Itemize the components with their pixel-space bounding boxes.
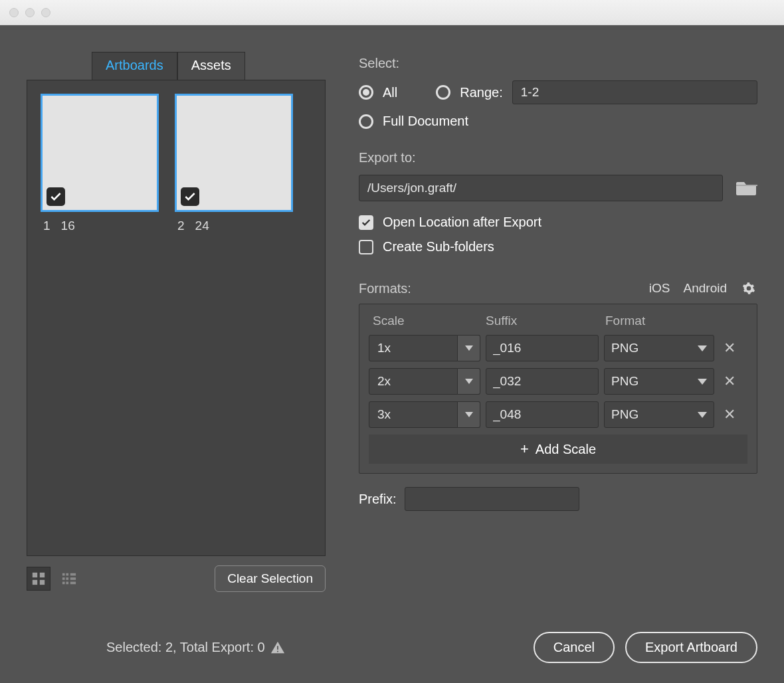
open-location-checkbox[interactable] bbox=[359, 215, 373, 230]
remove-row-button[interactable]: ✕ bbox=[720, 406, 739, 423]
select-label: Select: bbox=[359, 56, 757, 71]
scale-value: 2x bbox=[369, 368, 458, 395]
svg-rect-0 bbox=[33, 573, 37, 577]
col-format: Format bbox=[605, 314, 718, 328]
svg-rect-11 bbox=[70, 577, 76, 580]
svg-rect-3 bbox=[40, 580, 45, 585]
scale-select[interactable]: 3x bbox=[369, 401, 480, 428]
suffix-input[interactable] bbox=[486, 335, 599, 361]
formats-panel: Scale Suffix Format 1x PNG ✕ bbox=[359, 304, 757, 474]
formats-settings-button[interactable] bbox=[740, 280, 757, 297]
check-icon bbox=[361, 217, 371, 228]
svg-rect-14 bbox=[277, 646, 278, 650]
list-view-button[interactable] bbox=[57, 567, 81, 591]
artboard-item[interactable]: 2 24 bbox=[175, 94, 293, 233]
svg-rect-2 bbox=[33, 580, 37, 585]
range-input[interactable] bbox=[512, 80, 757, 104]
suffix-input[interactable] bbox=[486, 368, 599, 395]
scale-value: 1x bbox=[369, 335, 458, 361]
check-icon bbox=[183, 190, 197, 203]
suffix-input[interactable] bbox=[486, 401, 599, 428]
format-value: PNG bbox=[611, 374, 698, 389]
radio-full-document-label: Full Document bbox=[383, 114, 468, 129]
format-row: 1x PNG ✕ bbox=[369, 335, 747, 361]
remove-row-button[interactable]: ✕ bbox=[720, 340, 739, 357]
artboard-index: 2 bbox=[177, 219, 185, 233]
svg-rect-9 bbox=[66, 582, 68, 585]
svg-rect-13 bbox=[736, 185, 757, 186]
prefix-input[interactable] bbox=[405, 487, 579, 511]
format-row: 2x PNG ✕ bbox=[369, 368, 747, 395]
list-icon bbox=[62, 571, 76, 586]
format-select[interactable]: PNG bbox=[604, 368, 714, 395]
format-select[interactable]: PNG bbox=[604, 401, 714, 428]
artboard-caption: 2 24 bbox=[175, 219, 293, 233]
format-value: PNG bbox=[611, 407, 698, 422]
formats-label: Formats: bbox=[359, 281, 636, 296]
zoom-window-icon[interactable] bbox=[41, 8, 50, 17]
chevron-down-icon bbox=[698, 412, 707, 418]
remove-row-button[interactable]: ✕ bbox=[720, 373, 739, 390]
export-path-input[interactable] bbox=[359, 175, 723, 201]
export-artboard-button[interactable]: Export Artboard bbox=[625, 632, 757, 663]
artboard-caption: 1 16 bbox=[41, 219, 159, 233]
grid-icon bbox=[31, 571, 46, 586]
artboard-name: 16 bbox=[61, 219, 75, 233]
chevron-down-icon bbox=[458, 401, 480, 428]
artboard-thumbnail[interactable] bbox=[41, 94, 159, 212]
artboard-checkbox[interactable] bbox=[181, 187, 199, 206]
tabs: Artboards Assets bbox=[92, 52, 326, 80]
scale-value: 3x bbox=[369, 401, 458, 428]
check-icon bbox=[49, 190, 62, 203]
warning-icon bbox=[270, 640, 285, 655]
svg-rect-7 bbox=[66, 577, 68, 580]
tab-artboards[interactable]: Artboards bbox=[92, 52, 177, 80]
plus-icon: + bbox=[520, 440, 529, 458]
clear-selection-button[interactable]: Clear Selection bbox=[215, 565, 326, 592]
chevron-down-icon bbox=[458, 335, 480, 361]
add-scale-label: Add Scale bbox=[536, 442, 596, 457]
open-location-label: Open Location after Export bbox=[383, 215, 541, 230]
export-dialog: Artboards Assets 1 16 bbox=[0, 25, 784, 683]
preset-ios[interactable]: iOS bbox=[649, 281, 670, 296]
grid-view-button[interactable] bbox=[27, 567, 50, 591]
artboard-thumbnail[interactable] bbox=[175, 94, 293, 212]
minimize-window-icon[interactable] bbox=[25, 8, 35, 17]
footer: Selected: 2, Total Export: 0 Cancel Expo… bbox=[27, 625, 757, 663]
artboard-name: 24 bbox=[195, 219, 209, 233]
artboard-checkbox[interactable] bbox=[47, 187, 65, 206]
format-row: 3x PNG ✕ bbox=[369, 401, 747, 428]
format-value: PNG bbox=[611, 341, 698, 355]
gear-icon bbox=[742, 282, 755, 295]
col-scale: Scale bbox=[373, 314, 486, 328]
titlebar bbox=[0, 0, 784, 25]
radio-all[interactable] bbox=[359, 85, 373, 100]
formats-header: Scale Suffix Format bbox=[369, 312, 747, 335]
add-scale-button[interactable]: + Add Scale bbox=[369, 435, 747, 464]
col-suffix: Suffix bbox=[486, 314, 605, 328]
create-subfolders-label: Create Sub-folders bbox=[383, 239, 494, 254]
radio-range[interactable] bbox=[436, 85, 450, 100]
folder-icon[interactable] bbox=[736, 179, 757, 197]
svg-rect-10 bbox=[70, 573, 76, 576]
svg-rect-12 bbox=[70, 582, 76, 585]
tab-assets[interactable]: Assets bbox=[177, 52, 245, 80]
close-window-icon[interactable] bbox=[9, 8, 19, 17]
artboard-item[interactable]: 1 16 bbox=[41, 94, 159, 233]
preset-android[interactable]: Android bbox=[684, 281, 728, 296]
svg-rect-15 bbox=[277, 650, 278, 652]
svg-rect-1 bbox=[40, 573, 45, 577]
scale-select[interactable]: 2x bbox=[369, 368, 480, 395]
radio-range-label: Range: bbox=[460, 85, 503, 100]
chevron-down-icon bbox=[698, 345, 707, 351]
artboard-index: 1 bbox=[43, 219, 50, 233]
prefix-label: Prefix: bbox=[359, 492, 397, 507]
format-select[interactable]: PNG bbox=[604, 335, 714, 361]
status-text: Selected: 2, Total Export: 0 bbox=[106, 640, 285, 655]
radio-full-document[interactable] bbox=[359, 114, 373, 129]
svg-rect-5 bbox=[66, 573, 68, 576]
cancel-button[interactable]: Cancel bbox=[534, 632, 615, 663]
create-subfolders-checkbox[interactable] bbox=[359, 240, 373, 254]
radio-all-label: All bbox=[383, 85, 397, 100]
scale-select[interactable]: 1x bbox=[369, 335, 480, 361]
